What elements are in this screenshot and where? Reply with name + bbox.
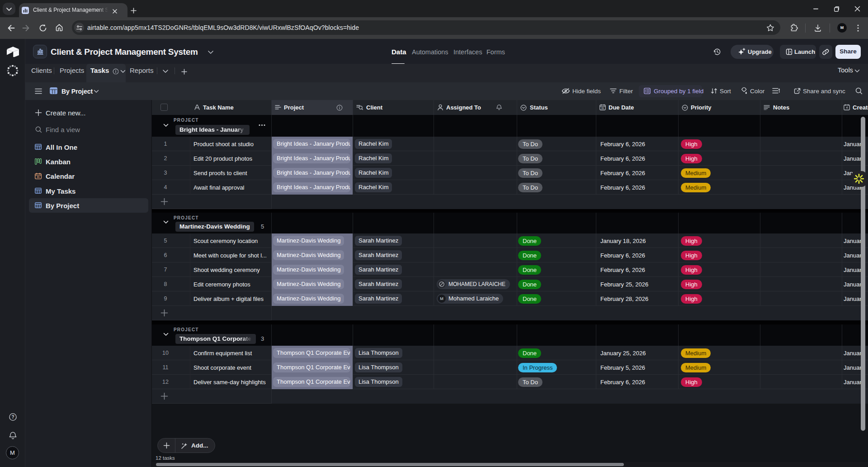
svg-text:31: 31 (601, 107, 604, 110)
svg-text:?: ? (11, 415, 14, 419)
svg-text:M: M (440, 296, 443, 301)
svg-text:31: 31 (37, 176, 39, 178)
